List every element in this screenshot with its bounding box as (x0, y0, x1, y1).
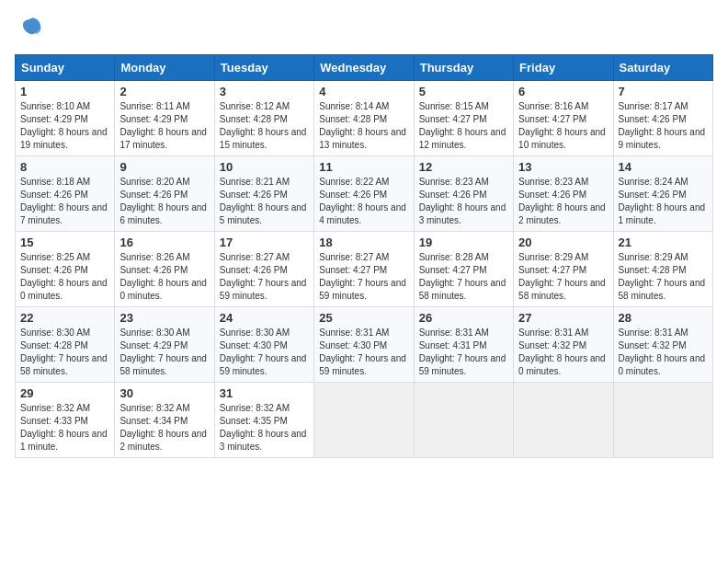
calendar-day-cell: 10 Sunrise: 8:21 AMSunset: 4:26 PMDaylig… (214, 156, 313, 232)
day-info: Sunrise: 8:18 AMSunset: 4:26 PMDaylight:… (20, 177, 108, 225)
calendar-week-row: 1 Sunrise: 8:10 AMSunset: 4:29 PMDayligh… (16, 81, 713, 156)
calendar-day-cell: 9 Sunrise: 8:20 AMSunset: 4:26 PMDayligh… (115, 156, 214, 232)
calendar-day-cell: 2 Sunrise: 8:11 AMSunset: 4:29 PMDayligh… (115, 81, 214, 156)
day-number: 12 (419, 160, 508, 174)
day-info: Sunrise: 8:11 AMSunset: 4:29 PMDaylight:… (119, 101, 207, 150)
calendar-day-cell: 22 Sunrise: 8:30 AMSunset: 4:28 PMDaylig… (16, 307, 115, 383)
day-info: Sunrise: 8:26 AMSunset: 4:26 PMDaylight:… (119, 252, 207, 301)
calendar-day-cell: 18 Sunrise: 8:27 AMSunset: 4:27 PMDaylig… (314, 232, 414, 307)
calendar-day-cell: 16 Sunrise: 8:26 AMSunset: 4:26 PMDaylig… (115, 232, 214, 307)
weekday-header-cell: Sunday (16, 55, 115, 81)
day-number: 23 (119, 311, 209, 325)
calendar-week-row: 29 Sunrise: 8:32 AMSunset: 4:33 PMDaylig… (16, 383, 713, 458)
day-info: Sunrise: 8:29 AMSunset: 4:27 PMDaylight:… (518, 252, 606, 301)
day-number: 30 (119, 386, 209, 400)
day-info: Sunrise: 8:21 AMSunset: 4:26 PMDaylight:… (220, 177, 307, 225)
day-info: Sunrise: 8:30 AMSunset: 4:30 PMDaylight:… (220, 327, 307, 376)
calendar-day-cell (514, 383, 613, 458)
weekday-header-cell: Friday (514, 55, 613, 81)
day-number: 5 (419, 85, 508, 98)
day-number: 24 (220, 311, 309, 325)
day-number: 28 (619, 311, 708, 325)
day-info: Sunrise: 8:22 AMSunset: 4:26 PMDaylight:… (319, 177, 406, 225)
day-info: Sunrise: 8:31 AMSunset: 4:30 PMDaylight:… (319, 327, 406, 376)
weekday-header-cell: Wednesday (314, 55, 414, 81)
calendar-day-cell: 23 Sunrise: 8:30 AMSunset: 4:29 PMDaylig… (115, 307, 214, 383)
day-number: 7 (619, 85, 708, 98)
day-number: 25 (319, 311, 408, 325)
day-info: Sunrise: 8:24 AMSunset: 4:26 PMDaylight:… (619, 177, 706, 225)
day-number: 18 (319, 236, 408, 249)
calendar-day-cell: 19 Sunrise: 8:28 AMSunset: 4:27 PMDaylig… (414, 232, 513, 307)
page-header (15, 15, 713, 45)
calendar-day-cell (613, 383, 712, 458)
day-info: Sunrise: 8:23 AMSunset: 4:26 PMDaylight:… (518, 177, 606, 225)
day-number: 10 (220, 160, 309, 174)
calendar-body: 1 Sunrise: 8:10 AMSunset: 4:29 PMDayligh… (16, 81, 713, 458)
weekday-header-row: SundayMondayTuesdayWednesdayThursdayFrid… (16, 55, 713, 81)
day-number: 8 (20, 160, 109, 174)
day-info: Sunrise: 8:32 AMSunset: 4:34 PMDaylight:… (119, 403, 207, 452)
day-info: Sunrise: 8:31 AMSunset: 4:31 PMDaylight:… (419, 327, 506, 376)
day-info: Sunrise: 8:30 AMSunset: 4:28 PMDaylight:… (20, 327, 108, 376)
logo (15, 15, 42, 45)
weekday-header-cell: Monday (115, 55, 214, 81)
calendar-day-cell (314, 383, 414, 458)
day-info: Sunrise: 8:23 AMSunset: 4:26 PMDaylight:… (419, 177, 506, 225)
day-info: Sunrise: 8:16 AMSunset: 4:27 PMDaylight:… (518, 101, 606, 150)
calendar-day-cell: 27 Sunrise: 8:31 AMSunset: 4:32 PMDaylig… (514, 307, 613, 383)
day-number: 29 (20, 386, 109, 400)
weekday-header-cell: Saturday (613, 55, 712, 81)
calendar-week-row: 15 Sunrise: 8:25 AMSunset: 4:26 PMDaylig… (16, 232, 713, 307)
day-number: 22 (20, 311, 109, 325)
calendar-day-cell: 8 Sunrise: 8:18 AMSunset: 4:26 PMDayligh… (16, 156, 115, 232)
day-number: 13 (518, 160, 608, 174)
day-number: 31 (220, 386, 309, 400)
weekday-header-cell: Tuesday (214, 55, 313, 81)
day-info: Sunrise: 8:10 AMSunset: 4:29 PMDaylight:… (20, 101, 108, 150)
calendar-day-cell: 14 Sunrise: 8:24 AMSunset: 4:26 PMDaylig… (613, 156, 712, 232)
calendar-day-cell: 17 Sunrise: 8:27 AMSunset: 4:26 PMDaylig… (214, 232, 313, 307)
day-info: Sunrise: 8:15 AMSunset: 4:27 PMDaylight:… (419, 101, 506, 150)
calendar-day-cell: 29 Sunrise: 8:32 AMSunset: 4:33 PMDaylig… (16, 383, 115, 458)
day-info: Sunrise: 8:28 AMSunset: 4:27 PMDaylight:… (419, 252, 506, 301)
day-info: Sunrise: 8:27 AMSunset: 4:27 PMDaylight:… (319, 252, 406, 301)
calendar-day-cell: 6 Sunrise: 8:16 AMSunset: 4:27 PMDayligh… (514, 81, 613, 156)
calendar-day-cell: 15 Sunrise: 8:25 AMSunset: 4:26 PMDaylig… (16, 232, 115, 307)
day-info: Sunrise: 8:32 AMSunset: 4:33 PMDaylight:… (20, 403, 108, 452)
calendar-day-cell: 13 Sunrise: 8:23 AMSunset: 4:26 PMDaylig… (514, 156, 613, 232)
day-number: 4 (319, 85, 408, 98)
calendar-day-cell: 4 Sunrise: 8:14 AMSunset: 4:28 PMDayligh… (314, 81, 414, 156)
day-number: 27 (518, 311, 608, 325)
day-number: 21 (619, 236, 708, 249)
calendar-day-cell (414, 383, 513, 458)
calendar-day-cell: 7 Sunrise: 8:17 AMSunset: 4:26 PMDayligh… (613, 81, 712, 156)
day-info: Sunrise: 8:31 AMSunset: 4:32 PMDaylight:… (518, 327, 606, 376)
day-info: Sunrise: 8:27 AMSunset: 4:26 PMDaylight:… (220, 252, 307, 301)
day-info: Sunrise: 8:25 AMSunset: 4:26 PMDaylight:… (20, 252, 108, 301)
calendar-day-cell: 3 Sunrise: 8:12 AMSunset: 4:28 PMDayligh… (214, 81, 313, 156)
day-number: 20 (518, 236, 608, 249)
weekday-header-cell: Thursday (414, 55, 513, 81)
calendar-day-cell: 20 Sunrise: 8:29 AMSunset: 4:27 PMDaylig… (514, 232, 613, 307)
calendar-week-row: 8 Sunrise: 8:18 AMSunset: 4:26 PMDayligh… (16, 156, 713, 232)
calendar-day-cell: 21 Sunrise: 8:29 AMSunset: 4:28 PMDaylig… (613, 232, 712, 307)
day-info: Sunrise: 8:14 AMSunset: 4:28 PMDaylight:… (319, 101, 406, 150)
day-info: Sunrise: 8:29 AMSunset: 4:28 PMDaylight:… (619, 252, 706, 301)
day-number: 1 (20, 85, 109, 98)
day-number: 26 (419, 311, 508, 325)
day-info: Sunrise: 8:12 AMSunset: 4:28 PMDaylight:… (220, 101, 307, 150)
day-info: Sunrise: 8:32 AMSunset: 4:35 PMDaylight:… (220, 403, 307, 452)
day-info: Sunrise: 8:31 AMSunset: 4:32 PMDaylight:… (619, 327, 706, 376)
calendar-day-cell: 11 Sunrise: 8:22 AMSunset: 4:26 PMDaylig… (314, 156, 414, 232)
day-number: 17 (220, 236, 309, 249)
calendar-week-row: 22 Sunrise: 8:30 AMSunset: 4:28 PMDaylig… (16, 307, 713, 383)
day-number: 16 (119, 236, 209, 249)
day-number: 14 (619, 160, 708, 174)
day-number: 3 (220, 85, 309, 98)
calendar-table: SundayMondayTuesdayWednesdayThursdayFrid… (15, 54, 713, 458)
calendar-day-cell: 5 Sunrise: 8:15 AMSunset: 4:27 PMDayligh… (414, 81, 513, 156)
calendar-day-cell: 28 Sunrise: 8:31 AMSunset: 4:32 PMDaylig… (613, 307, 712, 383)
day-info: Sunrise: 8:20 AMSunset: 4:26 PMDaylight:… (119, 177, 207, 225)
logo-icon (17, 15, 42, 40)
